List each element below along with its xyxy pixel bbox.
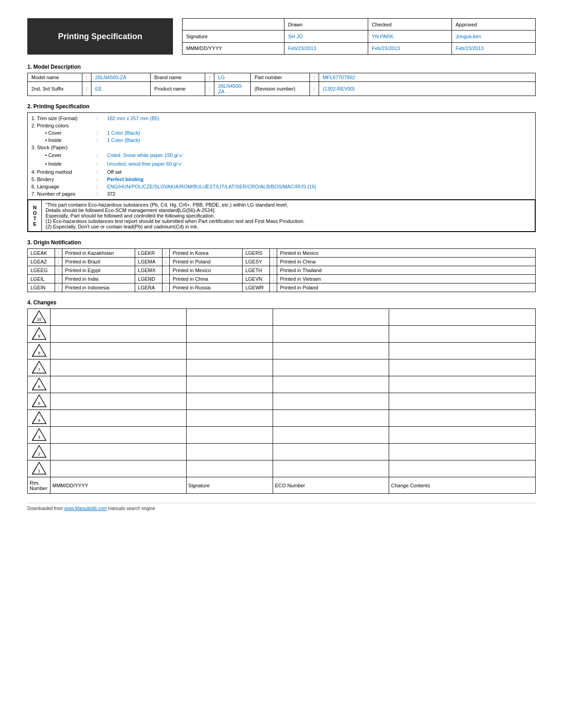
colon5: :: [205, 82, 214, 96]
change-eco-9: [273, 326, 389, 343]
change-sig-5: [186, 393, 273, 410]
inside-color-label: • Inside: [45, 137, 95, 143]
change-row-5: 5: [28, 393, 536, 410]
colon3: :: [310, 73, 319, 82]
origin-sep-3-1: :: [55, 266, 62, 275]
pages-label: 7. Number of pages: [31, 191, 95, 197]
origin-sep-2-2: :: [162, 258, 170, 266]
origin-sep-4-3: :: [270, 275, 277, 283]
change-contents-6: [389, 376, 536, 393]
revision-value: (1302-REV00): [319, 82, 536, 96]
origin-sep-2-1: :: [55, 258, 62, 266]
svg-line-4: [32, 333, 36, 339]
svg-text:2: 2: [38, 452, 40, 456]
origin-sep-1-3: :: [270, 249, 277, 258]
change-sig-8: [186, 343, 273, 359]
change-eco-5: [273, 393, 389, 410]
origin-desc-2-2: Printed in Poland: [170, 258, 243, 266]
title-box: Printing Specification: [27, 18, 173, 55]
spec-row-trim: 1. Trim size (Format) : 182 mm x 257 mm …: [31, 115, 532, 122]
change-row-4: 4: [28, 410, 536, 427]
footer-link[interactable]: www.Manualslib.com: [64, 506, 107, 511]
change-rev-5: 5: [28, 393, 51, 410]
language-label: 6. Language: [31, 184, 95, 189]
date-checked: Feb/23/2013: [368, 42, 451, 54]
svg-text:6: 6: [38, 384, 40, 389]
origin-code-5-3: LGEWR: [243, 283, 270, 292]
svg-line-10: [32, 367, 36, 373]
stock-label: 3. Stock (Paper): [31, 145, 67, 150]
origin-desc-4-3: Printed in Vietnam: [277, 275, 536, 283]
change-rev-6: 6: [28, 376, 51, 393]
change-contents-3: [389, 427, 536, 444]
svg-text:1: 1: [38, 469, 40, 473]
origin-code-1-2: LGEKR: [135, 249, 162, 258]
inside-color-value: 1 Color (Black): [107, 137, 140, 143]
change-eco-6: [273, 376, 389, 393]
triangle-2-icon: 2: [31, 445, 47, 458]
svg-text:3: 3: [38, 435, 40, 440]
change-row-7: 7: [28, 359, 536, 376]
origin-sep-3-3: :: [270, 266, 277, 275]
change-contents-2: [389, 444, 536, 460]
svg-line-22: [32, 434, 36, 440]
note-line5: (2) Especially, Don't use or contain lea…: [46, 224, 531, 229]
spec-row-cover-stock: • Cover : Coted, Snow white paper 150 g/…: [31, 151, 532, 160]
footer-signature: Signature: [186, 477, 273, 494]
section2-title: 2. Printing Specification: [27, 103, 536, 110]
cover-color-label: • Cover: [45, 130, 95, 136]
brand-name-label: Brand name: [151, 73, 205, 82]
change-rev-1: 1: [28, 460, 51, 477]
signature-drawn: SH JO: [284, 30, 368, 42]
svg-line-1: [32, 316, 36, 323]
note-line4: (1) Eco-hazardous substances test report…: [46, 218, 531, 224]
change-sig-6: [186, 376, 273, 393]
origin-sep-5-1: :: [55, 283, 62, 292]
change-sig-7: [186, 359, 273, 376]
brand-name-value: LG: [214, 73, 251, 82]
change-eco-10: [273, 309, 389, 326]
origin-sep-5-3: :: [270, 283, 277, 292]
footer-rev-number: Rev. Number: [28, 477, 51, 494]
origin-desc-4-2: Printed in China: [170, 275, 243, 283]
change-sig-4: [186, 410, 273, 427]
suffix-label: 2nd, 3rd Suffix: [28, 82, 82, 96]
change-row-6: 6: [28, 376, 536, 393]
document-title: Printing Specification: [58, 32, 142, 41]
note-line1: "This part contains Eco-hazardous substa…: [46, 202, 531, 207]
product-name-value: 26LN4500-ZA: [214, 82, 251, 96]
col-drawn: Drawn: [284, 19, 368, 30]
change-row-2: 2: [28, 444, 536, 460]
svg-line-28: [32, 468, 36, 474]
origin-code-2-2: LGEMA: [135, 258, 162, 266]
change-date-6: [51, 376, 187, 393]
triangle-7-icon: 7: [31, 360, 47, 374]
triangle-8-icon: 8: [31, 344, 47, 357]
change-date-5: [51, 393, 187, 410]
spec-row-colors: 2. Printing colors: [31, 122, 532, 129]
origin-code-5-2: LGERA: [135, 283, 162, 292]
spec-row-cover-color: • Cover : 1 Color (Black): [31, 129, 532, 136]
col-approved: Approved: [451, 19, 535, 30]
spec-row-inside-color: • Inside : 1 Color (Black): [31, 136, 532, 144]
note-line3: Especially, Part should be followed and …: [46, 213, 531, 218]
inside-stock-label: • Inside: [45, 161, 95, 167]
revision-label: (Revision number): [251, 82, 310, 96]
changes-footer-row: Rev. Number MMM/DD/YYYY Signature ECO Nu…: [28, 477, 536, 494]
svg-text:10: 10: [36, 317, 41, 322]
footer-date: MMM/DD/YYYY: [51, 477, 187, 494]
change-sig-3: [186, 427, 273, 444]
page-footer: Downloaded from www.Manualslib.com manua…: [27, 503, 536, 511]
trim-label: 1. Trim size (Format): [31, 116, 95, 121]
row-signature-label: Signature: [183, 30, 284, 42]
change-date-8: [51, 343, 187, 359]
origin-sep-2-3: :: [270, 258, 277, 266]
note-content: "This part contains Eco-hazardous substa…: [42, 200, 535, 232]
origin-desc-2-1: Printed in Brazil: [62, 258, 135, 266]
spec-row-bindery: 5. Bindery : Perfect binding: [31, 176, 532, 183]
cover-stock-value: Coted, Snow white paper 150 g/㎡: [107, 152, 183, 158]
origin-table: LGEAK : Printed in Kazakhstan LGEKR : Pr…: [27, 248, 536, 292]
footer-suffix: manuals search engine: [107, 506, 155, 511]
triangle-5-icon: 5: [31, 394, 47, 408]
change-rev-3: 3: [28, 427, 51, 444]
